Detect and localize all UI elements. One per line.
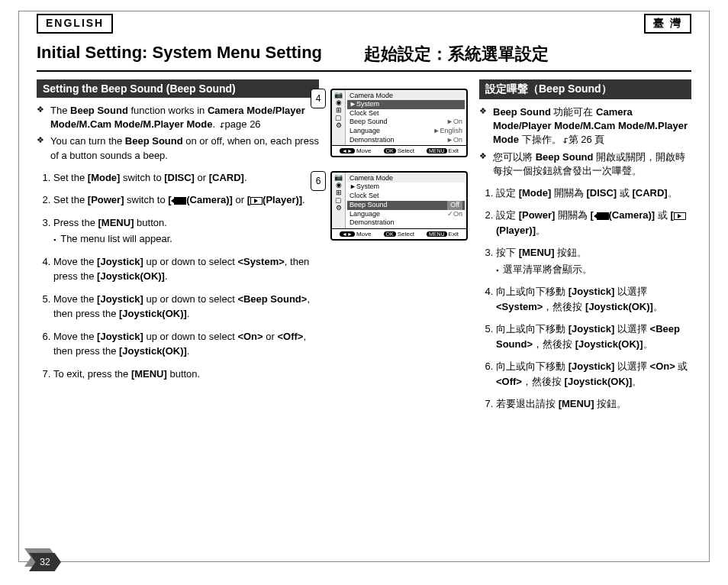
text-bold: Beep Sound bbox=[70, 105, 128, 116]
step-5-zh: 向上或向下移動 [Joystick] 以選擇 <Beep Sound>，然後按 … bbox=[496, 322, 691, 351]
menu-pill: MENU bbox=[427, 231, 447, 237]
screenshot-step-6: 6 📷◉⊞▢⚙ Camera Mode ►System Clock Set Be… bbox=[330, 171, 468, 240]
step-6-zh: 向上或向下移動 [Joystick] 以選擇 <On> 或 <Off>，然後按 … bbox=[496, 359, 691, 389]
move-pill: ◄► bbox=[340, 231, 355, 237]
text: You can turn the bbox=[50, 135, 125, 147]
step-1-zh: 設定 [Mode] 開關為 [DISC] 或 [CARD]。 bbox=[496, 186, 691, 201]
step-4-en: Move the [Joystick] up or down to select… bbox=[53, 254, 319, 284]
steps-zh: 設定 [Mode] 開關為 [DISC] 或 [CARD]。 設定 [Power… bbox=[479, 186, 691, 412]
lang-tab-english: ENGLISH bbox=[37, 14, 113, 34]
page-number-badge: 32 bbox=[29, 553, 61, 571]
text-bold: Beep Sound bbox=[125, 135, 183, 147]
intro-bullets-zh: Beep Sound 功能可在 Camera Mode/Player Mode/… bbox=[479, 105, 691, 178]
bullet-2-en: You can turn the Beep Sound on or off, w… bbox=[37, 134, 319, 162]
menu-item-language: Language►English bbox=[347, 127, 465, 136]
section-heading-zh: 設定嗶聲（Beep Sound） bbox=[479, 79, 691, 99]
screen-title: Camera Mode bbox=[347, 91, 465, 100]
lang-tab-taiwan: 臺 灣 bbox=[644, 14, 691, 34]
step-badge-6: 6 bbox=[311, 171, 326, 191]
title-rule bbox=[37, 70, 691, 72]
text: 下操作。 bbox=[519, 134, 562, 145]
page-ref-arrow-icon: ↵ bbox=[559, 137, 570, 144]
text: function works in bbox=[128, 105, 208, 116]
play-icon bbox=[674, 212, 686, 220]
page-ref: 第 26 頁 bbox=[569, 134, 605, 145]
bullet-1-zh: Beep Sound 功能可在 Camera Mode/Player Mode/… bbox=[479, 105, 691, 147]
screen-footer: ◄►Move OKSelect MENUExit bbox=[332, 145, 466, 156]
text-bold: Beep Sound bbox=[493, 106, 551, 118]
step-7-zh: 若要退出請按 [MENU] 按鈕。 bbox=[496, 396, 691, 412]
move-pill: ◄► bbox=[340, 148, 355, 154]
step-3-sub-zh: 選單清單將會顯示。 bbox=[496, 262, 691, 277]
section-heading-en: Setting the Beep Sound (Beep Sound) bbox=[37, 79, 319, 98]
step-3-sub-en: The menu list will appear. bbox=[53, 231, 319, 247]
steps-en: Set the [Mode] switch to [DISC] or [CARD… bbox=[37, 170, 319, 382]
menu-item-clock: Clock Set bbox=[347, 192, 465, 201]
bullet-2-zh: 您可以將 Beep Sound 開啟或關閉，開啟時每按一個按鈕就會發出一次嗶聲。 bbox=[479, 150, 691, 178]
bullet-1-en: The Beep Sound function works in Camera … bbox=[37, 104, 319, 131]
text-bold: Beep Sound bbox=[536, 151, 594, 163]
step-1-en: Set the [Mode] switch to [DISC] or [CARD… bbox=[53, 170, 319, 186]
step-2-en: Set the [Power] switch to [ (Camera)] or… bbox=[53, 192, 319, 208]
screen-side-icons: 📷◉⊞▢⚙ bbox=[332, 173, 346, 228]
play-icon bbox=[250, 197, 263, 205]
step-badge-4: 4 bbox=[311, 89, 326, 108]
camera-icon bbox=[597, 212, 609, 220]
step-4-zh: 向上或向下移動 [Joystick] 以選擇 <System>，然後按 [Joy… bbox=[496, 284, 691, 314]
menu-item-system: ►System bbox=[347, 100, 465, 109]
step-7-en: To exit, press the [MENU] button. bbox=[53, 367, 319, 382]
camera-screen-1: 📷◉⊞▢⚙ Camera Mode ►System Clock Set Beep… bbox=[330, 89, 468, 157]
step-2-zh: 設定 [Power] 開關為 [ (Camera)] 或 [(Player)]。 bbox=[496, 208, 691, 238]
page-ref-arrow-icon: ↵ bbox=[215, 121, 227, 128]
menu-item-system: ►System bbox=[347, 183, 465, 192]
column-chinese: 設定嗶聲（Beep Sound） Beep Sound 功能可在 Camera … bbox=[472, 79, 691, 419]
menu-pill: MENU bbox=[427, 148, 447, 154]
ok-pill: OK bbox=[384, 231, 396, 237]
text: 功能可在 bbox=[551, 106, 596, 118]
screen-side-icons: 📷◉⊞▢⚙ bbox=[332, 90, 346, 145]
screen-footer: ◄►Move OKSelect MENUExit bbox=[332, 228, 466, 239]
step-5-en: Move the [Joystick] up or down to select… bbox=[53, 292, 319, 322]
menu-item-clock: Clock Set bbox=[347, 109, 465, 118]
menu-item-language: Language✓On bbox=[347, 210, 465, 219]
page-title-en: Initial Setting: System Menu Setting bbox=[37, 43, 364, 66]
screenshot-step-4: 4 📷◉⊞▢⚙ Camera Mode ►System Clock Set Be… bbox=[330, 89, 468, 157]
screen-title: Camera Mode bbox=[347, 173, 465, 183]
text: The bbox=[50, 105, 70, 116]
camera-screen-2: 📷◉⊞▢⚙ Camera Mode ►System Clock Set Beep… bbox=[330, 171, 468, 240]
text: 您可以將 bbox=[493, 151, 536, 163]
page-ref: page 26 bbox=[225, 118, 261, 130]
column-english: Setting the Beep Sound (Beep Sound) The … bbox=[37, 79, 327, 419]
intro-bullets-en: The Beep Sound function works in Camera … bbox=[37, 104, 319, 163]
page-title-zh: 起始設定：系統選單設定 bbox=[364, 43, 691, 66]
menu-item-demo: Demonstration bbox=[347, 218, 465, 228]
step-6-en: Move the [Joystick] up or down to select… bbox=[53, 329, 319, 359]
camera-icon bbox=[174, 197, 186, 205]
menu-item-beep: Beep SoundOff bbox=[347, 201, 465, 210]
menu-item-beep: Beep Sound►On bbox=[347, 118, 465, 127]
column-screenshots: 4 📷◉⊞▢⚙ Camera Mode ►System Clock Set Be… bbox=[327, 79, 472, 419]
ok-pill: OK bbox=[384, 148, 396, 154]
step-3-en: Press the [MENU] button. The menu list w… bbox=[53, 215, 319, 247]
menu-item-demo: Demonstration►On bbox=[347, 136, 465, 145]
manual-page: ENGLISH 臺 灣 Initial Setting: System Menu… bbox=[0, 0, 728, 585]
step-3-zh: 按下 [MENU] 按鈕。 選單清單將會顯示。 bbox=[496, 245, 691, 276]
